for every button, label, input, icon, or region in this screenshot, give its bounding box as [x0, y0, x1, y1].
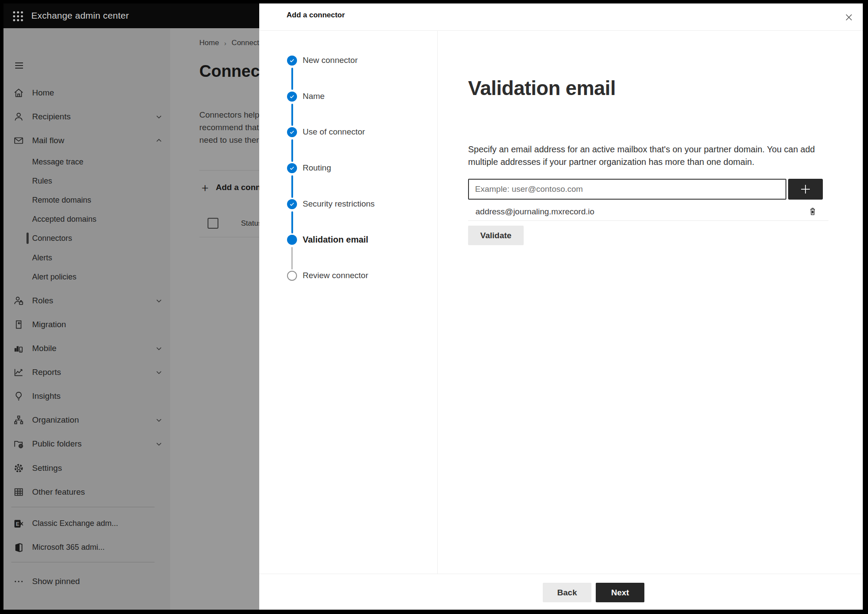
- wizard-step-name[interactable]: Name: [259, 89, 438, 104]
- next-button[interactable]: Next: [596, 583, 644, 602]
- screenshot-frame: Exchange admin center Home Recipients Ma…: [0, 0, 868, 614]
- wizard-step-validation-email[interactable]: Validation email: [259, 232, 438, 247]
- add-email-button[interactable]: [788, 179, 823, 200]
- waffle-icon: [13, 11, 23, 21]
- back-button[interactable]: Back: [543, 583, 591, 602]
- delete-address-button[interactable]: [806, 205, 819, 218]
- validate-button[interactable]: Validate: [468, 226, 524, 245]
- step-completed-check-icon: [287, 56, 297, 66]
- added-address: address@journaling.mxrecord.io: [475, 207, 594, 217]
- panel-title: Add a connector: [287, 11, 345, 20]
- step-current-icon: [287, 235, 297, 245]
- step-connector-line: [291, 211, 293, 233]
- app-window: Exchange admin center Home Recipients Ma…: [3, 3, 863, 610]
- wizard-step-new-connector[interactable]: New connector: [259, 53, 438, 68]
- step-connector-line: [291, 104, 293, 126]
- wizard-step-review-connector[interactable]: Review connector: [259, 268, 438, 283]
- step-completed-check-icon: [287, 199, 297, 209]
- app-title: Exchange admin center: [31, 10, 129, 21]
- trash-icon: [808, 207, 818, 217]
- step-connector-line: [291, 68, 293, 90]
- wizard-step-routing[interactable]: Routing: [259, 161, 438, 175]
- step-connector-line: [291, 139, 293, 162]
- step-completed-check-icon: [287, 127, 297, 137]
- added-address-row: address@journaling.mxrecord.io: [468, 203, 828, 221]
- wizard-steps: New connector Name Use of connector Rout…: [259, 31, 438, 574]
- step-upcoming-icon: [287, 271, 297, 281]
- step-description: Specify an email address for an active m…: [468, 143, 815, 168]
- step-connector-line: [291, 247, 293, 269]
- step-connector-line: [291, 175, 293, 198]
- wizard-step-use-of-connector[interactable]: Use of connector: [259, 125, 438, 139]
- panel-footer: Back Next: [259, 574, 863, 610]
- app-launcher-waffle-icon[interactable]: [10, 8, 26, 24]
- step-completed-check-icon: [287, 163, 297, 173]
- close-icon[interactable]: [840, 9, 858, 26]
- step-heading: Validation email: [468, 76, 616, 100]
- email-entry-row: [468, 179, 823, 200]
- validation-email-input[interactable]: [468, 179, 786, 200]
- add-connector-panel: Add a connector New connector Name: [259, 3, 863, 610]
- plus-icon: [799, 183, 812, 196]
- step-completed-check-icon: [287, 92, 297, 102]
- wizard-step-security-restrictions[interactable]: Security restrictions: [259, 197, 438, 211]
